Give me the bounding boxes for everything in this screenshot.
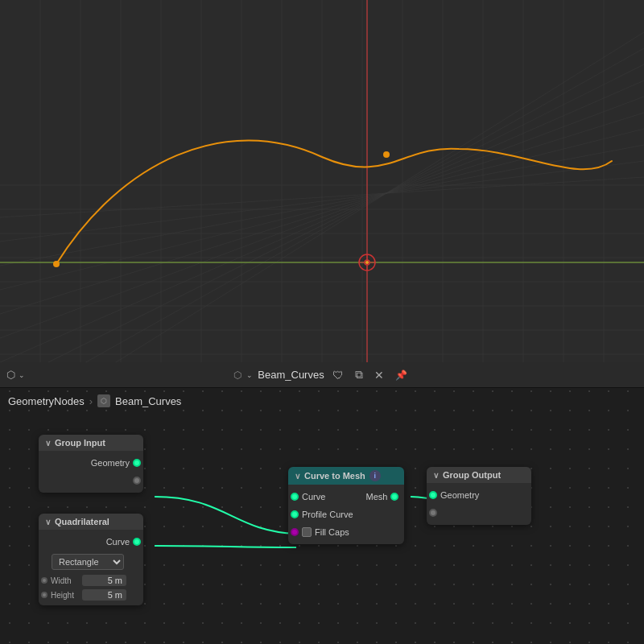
pin-button[interactable]: 📌	[392, 368, 411, 382]
geometry-output-socket	[133, 459, 141, 467]
ctm-mesh-label: Mesh	[366, 492, 388, 502]
breadcrumb-current: Beam_Curves	[115, 395, 181, 407]
curve-to-mesh-title: ∨ Curve to Mesh i	[288, 467, 404, 485]
extra-output-socket	[133, 477, 141, 485]
editor-type-icon: ⬡	[6, 369, 15, 381]
width-field: Width 5 m	[39, 573, 143, 588]
quadrilateral-label: Quadrilateral	[55, 517, 109, 526]
ctm-mesh-socket	[390, 493, 398, 501]
header-title: Beam_Curves	[258, 369, 324, 381]
curve-output-socket	[133, 538, 141, 546]
go-geometry-label: Geometry	[440, 490, 479, 500]
go-geometry-socket	[429, 491, 437, 499]
node-editor[interactable]: ⬡ ⌄ ⬡ ⌄ Beam_Curves 🛡 ⧉ ✕ 📌 GeometryNode…	[0, 362, 644, 644]
ctm-curve-label: Curve	[302, 492, 325, 502]
ctm-mesh-row: Mesh	[360, 488, 402, 506]
curve-to-mesh-label: Curve to Mesh	[304, 471, 365, 481]
quadrilateral-row-curve: Curve	[39, 533, 143, 551]
close-button[interactable]: ✕	[371, 367, 387, 383]
group-output-toggle[interactable]: ∨	[433, 471, 439, 480]
group-input-label: Group Input	[55, 438, 105, 448]
geometry-label: Geometry	[91, 458, 130, 468]
ctm-curve-socket	[291, 493, 299, 501]
3d-viewport[interactable]	[0, 0, 644, 362]
ctm-profile-row: Profile Curve	[288, 506, 360, 523]
group-output-title: ∨ Group Output	[427, 467, 531, 483]
group-input-body: Geometry	[39, 451, 143, 493]
height-label: Height	[51, 591, 79, 600]
curve-to-mesh-body: Curve Profile Curve Fill Caps Mesh	[288, 485, 404, 544]
curve-to-mesh-outputs: Mesh	[360, 488, 405, 541]
group-input-toggle[interactable]: ∨	[45, 439, 51, 448]
quadrilateral-body: Curve Rectangle Kite Trapezoid Width 5 m…	[39, 530, 143, 605]
header-title-area: ⬡ ⌄ Beam_Curves 🛡 ⧉ ✕ 📌	[233, 366, 410, 383]
height-value[interactable]: 5 m	[82, 589, 126, 601]
header-dropdown-icon[interactable]: ⌄	[19, 371, 25, 379]
breadcrumb-separator: ›	[89, 395, 93, 407]
ctm-fillcaps-row: Fill Caps	[288, 523, 360, 541]
group-output-body: Geometry	[427, 483, 531, 525]
group-input-node: ∨ Group Input Geometry	[39, 435, 143, 493]
quadrilateral-dropdown[interactable]: Rectangle Kite Trapezoid	[52, 554, 124, 570]
svg-point-37	[53, 261, 60, 267]
node-editor-header: ⬡ ⌄ ⬡ ⌄ Beam_Curves 🛡 ⧉ ✕ 📌	[0, 362, 644, 388]
curve-label: Curve	[106, 537, 130, 547]
group-output-extra-row	[427, 504, 531, 522]
breadcrumb: GeometryNodes › ⬡ Beam_Curves	[8, 394, 181, 407]
go-extra-socket	[429, 509, 437, 517]
breadcrumb-root[interactable]: GeometryNodes	[8, 395, 85, 407]
ctm-profile-socket	[291, 510, 299, 518]
group-output-node: ∨ Group Output Geometry	[427, 467, 531, 525]
curve-to-mesh-node: ∨ Curve to Mesh i Curve Profile Curve Fi…	[288, 467, 404, 544]
quadrilateral-node: ∨ Quadrilateral Curve Rectangle Kite Tra…	[39, 514, 143, 605]
width-value[interactable]: 5 m	[82, 575, 126, 586]
curve-to-mesh-info[interactable]: i	[369, 470, 381, 481]
ctm-fillcaps-label: Fill Caps	[315, 527, 349, 537]
breadcrumb-icon: ⬡	[97, 394, 110, 407]
header-dropdown-btn[interactable]: ⌄	[246, 371, 253, 379]
svg-point-42	[365, 261, 369, 264]
group-output-label: Group Output	[443, 470, 501, 480]
group-output-geometry-row: Geometry	[427, 486, 531, 504]
height-socket	[41, 592, 47, 598]
quadrilateral-toggle[interactable]: ∨	[45, 518, 51, 526]
width-socket	[41, 577, 47, 584]
group-input-row-geometry: Geometry	[39, 454, 143, 472]
group-input-title: ∨ Group Input	[39, 435, 143, 451]
ctm-curve-row: Curve	[288, 488, 360, 506]
curve-to-mesh-toggle[interactable]: ∨	[295, 472, 300, 481]
ctm-fillcaps-socket	[291, 528, 299, 536]
curve-to-mesh-inputs: Curve Profile Curve Fill Caps	[288, 488, 360, 541]
group-input-row-extra	[39, 472, 143, 489]
header-left: ⬡ ⌄	[6, 369, 25, 381]
ctm-fillcaps-checkbox[interactable]	[302, 527, 312, 537]
quadrilateral-title: ∨ Quadrilateral	[39, 514, 143, 530]
copy-button[interactable]: ⧉	[352, 366, 366, 383]
shield-button[interactable]: 🛡	[329, 367, 347, 383]
svg-point-36	[383, 151, 390, 158]
header-camera-icon: ⬡	[233, 369, 242, 381]
width-label: Width	[51, 576, 79, 585]
height-field: Height 5 m	[39, 588, 143, 602]
ctm-profile-label: Profile Curve	[302, 510, 353, 519]
